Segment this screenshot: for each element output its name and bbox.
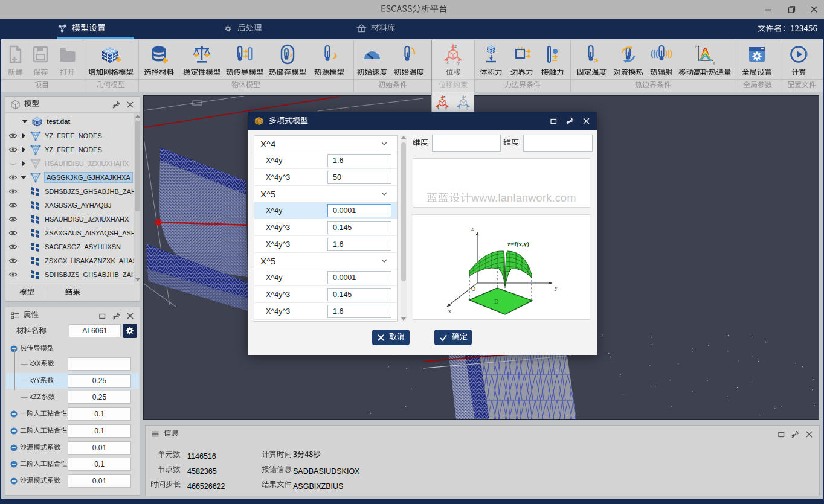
svg-text:z: z bbox=[443, 95, 445, 98]
svg-text:y: y bbox=[445, 106, 447, 110]
svg-text:D: D bbox=[494, 298, 498, 305]
svg-text:x: x bbox=[459, 106, 460, 110]
svg-text:z: z bbox=[471, 225, 474, 232]
svg-text:y: y bbox=[555, 284, 558, 291]
svg-text:O: O bbox=[471, 285, 475, 292]
svg-text:z: z bbox=[465, 95, 466, 98]
svg-text:x: x bbox=[448, 308, 451, 314]
svg-text:x: x bbox=[437, 106, 439, 110]
svg-text:z=f(x,y): z=f(x,y) bbox=[507, 240, 529, 248]
svg-text:z: z bbox=[695, 45, 697, 49]
svg-text:x: x bbox=[446, 60, 449, 65]
svg-text:y: y bbox=[457, 60, 460, 65]
svg-text:x: x bbox=[713, 61, 715, 65]
svg-text:z: z bbox=[455, 43, 457, 49]
svg-text:y: y bbox=[466, 106, 468, 110]
